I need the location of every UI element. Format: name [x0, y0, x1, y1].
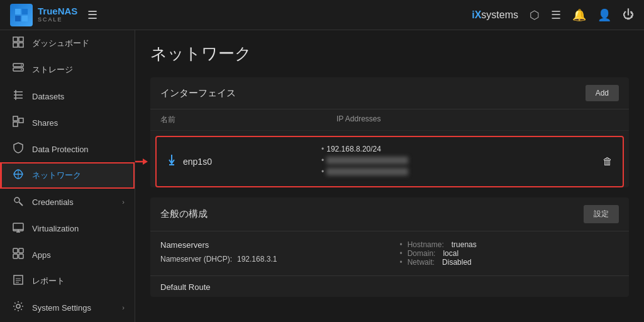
sidebar-item-shares[interactable]: Shares: [0, 109, 135, 136]
sidebar-item-reports[interactable]: レポート: [0, 268, 135, 294]
interface-row-enp1s0[interactable]: enp1s0 192.168.8.20/24 🗑: [155, 136, 624, 187]
ip-item-0: 192.168.8.20/24: [321, 145, 602, 153]
virtualization-label: Virtualization: [32, 224, 79, 233]
svg-rect-29: [13, 254, 18, 258]
domain-label: Domain:: [408, 249, 436, 258]
system-settings-icon: [12, 301, 25, 314]
nameserver-dhcp-value: 192.168.3.1: [237, 255, 277, 264]
ip-value-0: 192.168.8.20/24: [326, 145, 381, 153]
svg-rect-6: [13, 43, 18, 47]
general-config-section: 全般の構成 設定 Nameservers Nameserver (DHCP): …: [150, 197, 629, 297]
hostname-label: Hostname:: [408, 240, 444, 249]
svg-rect-4: [13, 37, 18, 42]
shares-label: Shares: [32, 118, 58, 128]
dashboard-label: ダッシュボード: [32, 38, 89, 49]
config-items-col: Hostname: truenas Domain: local Netwait:…: [400, 240, 619, 267]
svg-rect-27: [13, 248, 18, 253]
domain-item: Domain: local: [400, 249, 619, 258]
svg-rect-2: [15, 16, 21, 21]
nav-right: iX systems ⬡ ☰ 🔔 👤 ⏻: [472, 8, 634, 22]
interface-name-enp1s0: enp1s0: [183, 157, 321, 167]
virtualization-icon: [12, 221, 25, 235]
system-settings-arrow: ›: [122, 304, 125, 311]
svg-rect-28: [19, 248, 23, 253]
svg-point-35: [16, 304, 20, 308]
svg-line-22: [19, 203, 23, 206]
sidebar-item-credentials[interactable]: Credentials ›: [0, 189, 135, 215]
datasets-label: Datasets: [32, 92, 64, 101]
general-section-title: 全般の構成: [160, 208, 208, 220]
nav-left: TrueNAS SCALE ☰: [10, 4, 97, 26]
svg-rect-3: [22, 16, 28, 21]
svg-rect-31: [14, 275, 23, 284]
svg-marker-39: [143, 158, 148, 165]
ip-blurred-1: [326, 157, 408, 164]
svg-rect-0: [15, 9, 21, 14]
alerts-icon[interactable]: 🔔: [572, 8, 586, 22]
main-layout: ダッシュボード ストレージ Da: [0, 30, 644, 322]
general-config-body: Nameservers Nameserver (DHCP): 192.168.3…: [150, 231, 629, 275]
svg-rect-5: [19, 37, 23, 42]
default-route-label: Default Route: [150, 275, 629, 297]
top-navigation: TrueNAS SCALE ☰ iX systems ⬡ ☰ 🔔 👤 ⏻: [0, 0, 644, 30]
apps-label: Apps: [32, 250, 51, 260]
dashboard-icon: [12, 36, 25, 50]
reports-label: レポート: [32, 275, 65, 287]
nameservers-title: Nameservers: [160, 240, 380, 250]
reports-icon: [12, 274, 25, 288]
network-label: ネットワーク: [32, 170, 81, 181]
interface-table-header: 名前 IP Addresses: [150, 109, 629, 131]
svg-rect-16: [13, 116, 18, 121]
sidebar-item-network[interactable]: ネットワーク: [0, 162, 135, 189]
nameserver-dhcp-label: Nameserver (DHCP):: [160, 255, 232, 264]
logo-main: TrueNAS: [38, 6, 77, 17]
nameservers-col: Nameservers Nameserver (DHCP): 192.168.3…: [160, 240, 380, 267]
datasets-icon: [12, 89, 25, 103]
interface-arrow-icon: [167, 153, 177, 170]
domain-value: local: [443, 249, 458, 258]
sidebar-item-system-settings[interactable]: System Settings ›: [0, 294, 135, 321]
sidebar-item-datasets[interactable]: Datasets: [0, 83, 135, 109]
sidebar-item-virtualization[interactable]: Virtualization: [0, 215, 135, 242]
interface-section-header: インターフェイス Add: [150, 77, 629, 109]
truenas-logo-icon: [10, 4, 33, 26]
sidebar: ダッシュボード ストレージ Da: [0, 30, 135, 322]
page-title: ネットワーク: [150, 43, 629, 65]
ip-item-2: [321, 167, 602, 176]
svg-rect-7: [19, 43, 23, 47]
apps-icon: [12, 248, 25, 262]
svg-rect-18: [19, 118, 23, 123]
storage-label: ストレージ: [32, 64, 73, 75]
netwait-label: Netwait:: [408, 258, 435, 267]
sidebar-item-apps[interactable]: Apps: [0, 242, 135, 268]
hostname-item: Hostname: truenas: [400, 240, 619, 249]
cloud-icon[interactable]: ⬡: [530, 8, 540, 22]
sidebar-item-data-protection[interactable]: Data Protection: [0, 136, 135, 162]
netwait-item: Netwait: Disabled: [400, 258, 619, 267]
sidebar-item-storage[interactable]: ストレージ: [0, 57, 135, 83]
delete-interface-icon[interactable]: 🗑: [602, 156, 613, 167]
logo-area: TrueNAS SCALE: [10, 4, 77, 26]
power-icon[interactable]: ⏻: [623, 8, 634, 21]
logo-sub: SCALE: [38, 17, 77, 23]
network-icon: [12, 169, 25, 182]
interface-ip-list: 192.168.8.20/24: [321, 145, 602, 179]
tasks-icon[interactable]: ☰: [551, 8, 561, 22]
sidebar-item-dashboard[interactable]: ダッシュボード: [0, 30, 135, 57]
ixsystems-logo: iX systems: [472, 9, 518, 21]
col-name-header: 名前: [160, 114, 336, 125]
svg-point-21: [14, 197, 19, 203]
hamburger-menu[interactable]: ☰: [87, 8, 97, 22]
ip-item-1: [321, 156, 602, 165]
svg-point-11: [21, 69, 22, 70]
add-interface-button[interactable]: Add: [586, 85, 619, 101]
user-icon[interactable]: 👤: [597, 8, 611, 22]
interface-row-wrapper: enp1s0 192.168.8.20/24 🗑: [150, 136, 629, 187]
data-protection-label: Data Protection: [32, 145, 89, 154]
shares-icon: [12, 116, 25, 130]
settings-button[interactable]: 設定: [584, 205, 619, 223]
netwait-value: Disabled: [442, 258, 472, 267]
credentials-label: Credentials: [32, 197, 74, 207]
svg-rect-17: [13, 122, 18, 126]
red-arrow-annotation: [135, 155, 148, 168]
